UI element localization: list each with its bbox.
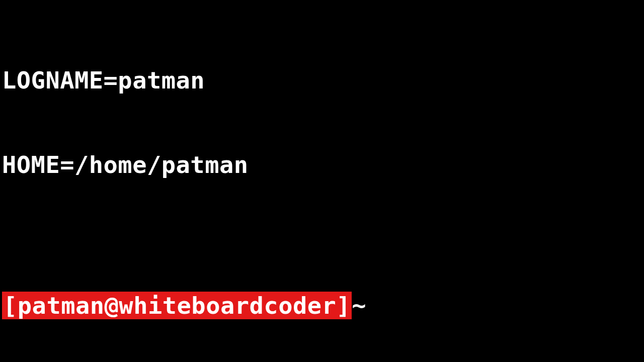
- env-output-logname: LOGNAME=patman: [2, 66, 642, 95]
- prompt-line: [patman@whiteboardcoder]~: [2, 292, 642, 320]
- prompt-userhost: [patman@whiteboardcoder]: [2, 292, 352, 319]
- terminal-viewport[interactable]: LOGNAME=patman HOME=/home/patman [patman…: [0, 0, 644, 362]
- env-output-home: HOME=/home/patman: [2, 151, 642, 179]
- prompt-cwd: ~: [352, 292, 366, 319]
